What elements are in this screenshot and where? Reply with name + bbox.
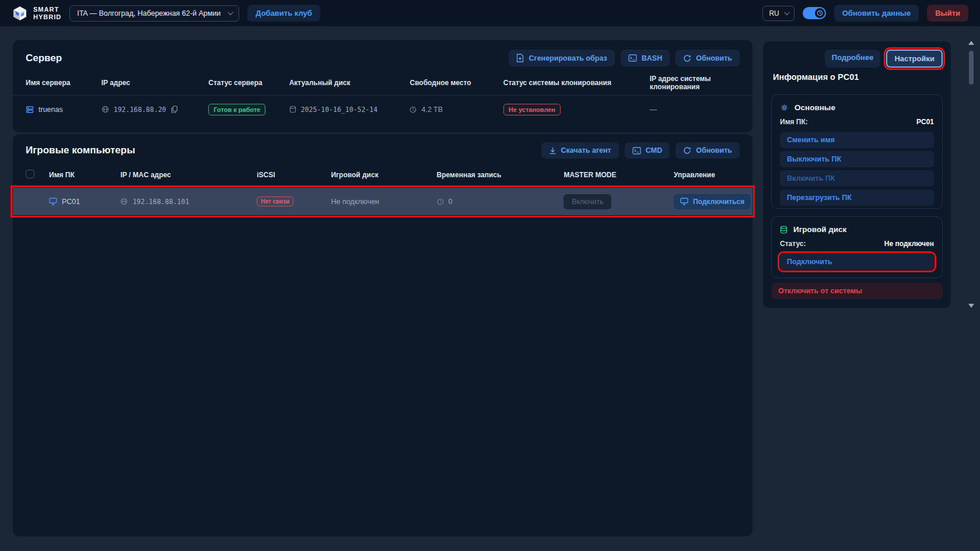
- tab-details[interactable]: Подробнее: [825, 50, 881, 68]
- col-server-name: Имя сервера: [26, 79, 102, 87]
- col-current-disk: Актуальный диск: [289, 79, 410, 87]
- scroll-up-arrow[interactable]: [968, 41, 974, 45]
- col-clone-status: Статус системы клонирования: [503, 79, 650, 87]
- master-mode-enable-button[interactable]: Включить: [564, 194, 611, 209]
- col-free-space: Свободное место: [410, 79, 503, 87]
- clock-icon: [437, 198, 444, 205]
- server-ip: 192.168.88.20: [114, 106, 166, 114]
- download-icon: [549, 147, 556, 155]
- brand-line1: SMART: [33, 6, 61, 13]
- language-value: RU: [769, 9, 779, 17]
- theme-toggle-knob: [815, 8, 825, 18]
- server-refresh-button[interactable]: Обновить: [676, 50, 740, 66]
- computer-table-row[interactable]: PC01 192.168.88.101 Нет связи Не подключ…: [13, 188, 752, 215]
- generate-image-button[interactable]: Сгенерировать образ: [509, 50, 614, 66]
- theme-toggle[interactable]: [803, 7, 826, 19]
- refresh-icon: [683, 146, 691, 155]
- col-server-status: Статус сервера: [208, 79, 289, 87]
- connect-disk-button[interactable]: Подключить: [780, 254, 934, 270]
- disk-status-label: Статус:: [780, 240, 806, 248]
- server-table-header: Имя сервера IP адрес Статус сервера Акту…: [13, 70, 752, 96]
- computers-panel: Игровые компьютеры Скачать агент CMD: [13, 134, 752, 536]
- server-disk-image: 2025-10-16_10-52-14: [301, 106, 378, 114]
- server-table-row[interactable]: truenas 192.168.88.20 Готов к работе 202…: [13, 96, 752, 123]
- server-panel: Сервер Сгенерировать образ BASH: [13, 40, 752, 132]
- rename-pc-button[interactable]: Сменить имя: [780, 132, 934, 148]
- sidebar-title: Информация о PC01: [773, 72, 859, 82]
- server-icon: [26, 106, 34, 114]
- free-space-icon: [410, 106, 416, 113]
- poweron-pc-button[interactable]: Включить ПК: [780, 170, 934, 187]
- col-manage: Управление: [674, 171, 740, 179]
- disk-icon: [289, 106, 296, 113]
- general-section-header: Основные: [794, 103, 835, 112]
- cmd-button[interactable]: CMD: [625, 142, 670, 159]
- smart-hybrid-logo-icon: [12, 5, 28, 22]
- computers-panel-title: Игровые компьютеры: [26, 145, 135, 156]
- refresh-icon: [683, 54, 691, 62]
- col-clone-ip: IP адрес системы клонирования: [650, 75, 740, 91]
- game-disk-section: Игровой диск Статус: Не подключен Подклю…: [771, 216, 943, 278]
- language-select[interactable]: RU: [762, 6, 794, 21]
- terminal-icon: [632, 147, 641, 155]
- disk-status-value: Не подключен: [884, 240, 934, 248]
- clone-status-badge: Не установлен: [503, 104, 561, 115]
- pc-name: PC01: [62, 198, 80, 206]
- iscsi-status-badge: Нет связи: [257, 196, 293, 206]
- col-ip: IP адрес: [102, 79, 209, 87]
- club-select-value: ITA — Волгоград, Набережная 62-й Армии: [77, 9, 220, 17]
- col-master-mode: MASTER MODE: [564, 171, 673, 179]
- pc-game-disk-status: Не подключен: [331, 198, 379, 206]
- brand-line2: HYBRID: [33, 13, 61, 21]
- refresh-data-button[interactable]: Обновить данные: [834, 5, 919, 22]
- select-all-checkbox[interactable]: [26, 170, 34, 178]
- download-agent-button[interactable]: Скачать агент: [541, 142, 619, 159]
- scroll-down-arrow[interactable]: [968, 304, 974, 308]
- bash-button[interactable]: BASH: [621, 50, 670, 66]
- clock-icon: [817, 10, 823, 16]
- gear-icon: [780, 103, 789, 112]
- club-select[interactable]: ITA — Волгоград, Набережная 62-й Армии: [69, 5, 239, 22]
- scrollbar-thumb[interactable]: [969, 51, 974, 85]
- chevron-down-icon: [228, 9, 233, 15]
- top-navbar: SMART HYBRID ITA — Волгоград, Набережная…: [0, 0, 980, 26]
- database-icon: [780, 226, 788, 234]
- logout-button[interactable]: Выйти: [927, 5, 968, 22]
- tab-settings[interactable]: Настройки: [886, 50, 943, 68]
- file-plus-icon: [516, 54, 524, 62]
- col-temp-write: Временная запись: [437, 171, 564, 179]
- globe-icon: [120, 198, 128, 205]
- globe-icon: [102, 106, 109, 113]
- general-section: Основные Имя ПК: PC01 Сменить имя Выключ…: [771, 94, 943, 209]
- computers-table-header: Имя ПК IP / MAC адрес iSCSI Игровой диск…: [13, 162, 752, 188]
- pc-temp-write-value: 0: [449, 198, 453, 206]
- pc-ip: 192.168.88.101: [132, 198, 189, 206]
- pc-info-sidebar: Подробнее Настройки Информация о PC01 Ос…: [763, 41, 951, 308]
- pc-name-value: PC01: [916, 118, 934, 126]
- chevron-down-icon: [784, 9, 790, 15]
- col-pc-name: Имя ПК: [49, 171, 120, 179]
- copy-icon[interactable]: [171, 106, 178, 113]
- monitor-icon: [680, 198, 688, 205]
- col-game-disk: Игровой диск: [331, 171, 436, 179]
- game-disk-section-header: Игровой диск: [793, 225, 846, 234]
- page-scrollbar[interactable]: [967, 41, 975, 308]
- brand-logo: SMART HYBRID: [12, 5, 61, 22]
- reboot-pc-button[interactable]: Перезагрузить ПК: [780, 189, 934, 206]
- monitor-icon: [49, 198, 57, 205]
- computers-refresh-button[interactable]: Обновить: [676, 142, 740, 159]
- add-club-button[interactable]: Добавить клуб: [247, 5, 320, 22]
- clone-ip-value: —: [650, 106, 657, 114]
- server-status-badge: Готов к работе: [208, 104, 265, 115]
- server-panel-title: Сервер: [26, 52, 62, 64]
- col-iscsi: iSCSI: [257, 171, 331, 179]
- disconnect-from-system-button[interactable]: Отключить от системы: [771, 283, 943, 299]
- col-pc-ip: IP / MAC адрес: [120, 171, 257, 179]
- terminal-icon: [628, 54, 637, 62]
- shutdown-pc-button[interactable]: Выключить ПК: [780, 151, 934, 167]
- server-free-space: 4.2 TB: [421, 106, 443, 114]
- server-name: truenas: [38, 106, 63, 114]
- pc-name-label: Имя ПК:: [780, 118, 808, 126]
- pc-connect-button[interactable]: Подключиться: [674, 194, 751, 209]
